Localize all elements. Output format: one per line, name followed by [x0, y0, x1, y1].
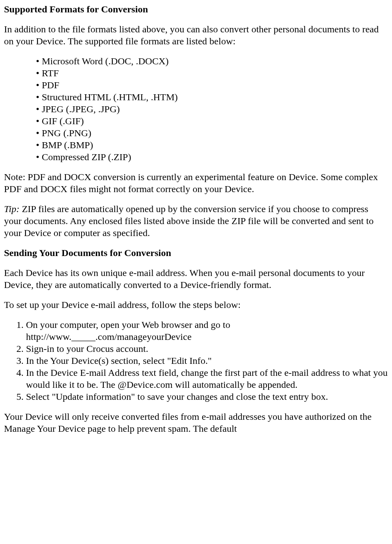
list-item: Select "Update information" to save your… — [26, 391, 388, 403]
list-item: RTF — [36, 67, 388, 79]
trailing-paragraph: Your Device will only receive converted … — [4, 411, 388, 435]
tip-paragraph: Tip: ZIP files are automatically opened … — [4, 203, 388, 239]
steps-intro-paragraph: To set up your Device e-mail address, fo… — [4, 299, 388, 311]
section-heading-sending: Sending Your Documents for Conversion — [4, 247, 388, 259]
tip-text: ZIP files are automatically opened up by… — [4, 204, 374, 238]
list-item: PDF — [36, 79, 388, 91]
list-item: Sign-in to your Crocus account. — [26, 343, 388, 355]
tip-label: Tip: — [4, 204, 20, 214]
section-heading-formats: Supported Formats for Conversion — [4, 3, 388, 15]
list-item: In the Device E-mail Address text field,… — [26, 367, 388, 391]
steps-list: On your computer, open your Web browser … — [4, 319, 388, 403]
list-item: Microsoft Word (.DOC, .DOCX) — [36, 55, 388, 67]
sending-intro-paragraph: Each Device has its own unique e-mail ad… — [4, 267, 388, 291]
formats-intro-paragraph: In addition to the file formats listed a… — [4, 23, 388, 47]
note-paragraph: Note: PDF and DOCX conversion is current… — [4, 171, 388, 195]
list-item: Compressed ZIP (.ZIP) — [36, 151, 388, 163]
list-item: GIF (.GIF) — [36, 115, 388, 127]
list-item: Structured HTML (.HTML, .HTM) — [36, 91, 388, 103]
list-item: PNG (.PNG) — [36, 127, 388, 139]
list-item: On your computer, open your Web browser … — [26, 319, 388, 343]
list-item: In the Your Device(s) section, select "E… — [26, 355, 388, 367]
list-item: BMP (.BMP) — [36, 139, 388, 151]
list-item: JPEG (.JPEG, .JPG) — [36, 103, 388, 115]
formats-list: Microsoft Word (.DOC, .DOCX) RTF PDF Str… — [4, 55, 388, 163]
